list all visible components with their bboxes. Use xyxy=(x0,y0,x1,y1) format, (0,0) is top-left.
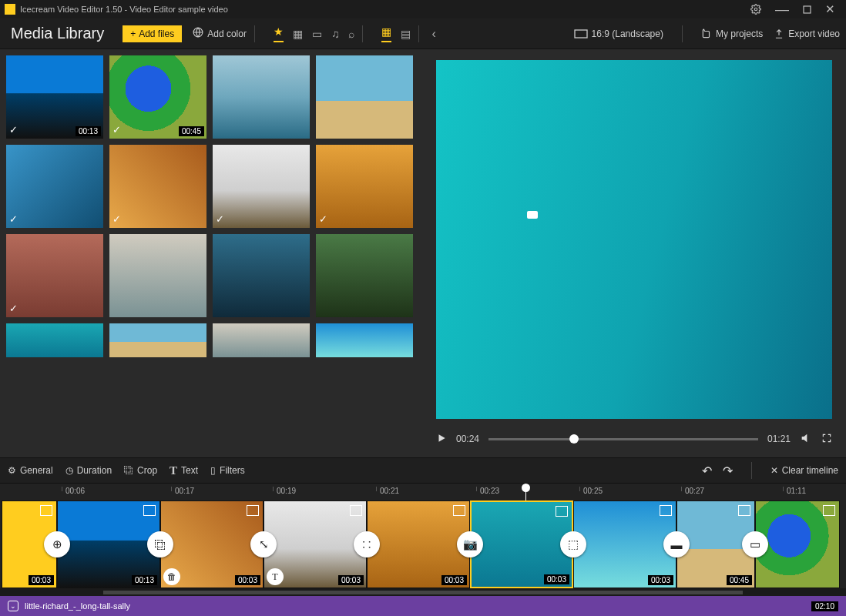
clip-duration: 00:03 xyxy=(441,575,467,585)
ruler-tick: 00:25 xyxy=(579,487,603,491)
clip-badge-icon[interactable]: T xyxy=(267,568,284,585)
clip-badge-icon[interactable]: 🗑 xyxy=(163,568,180,585)
timeline-clip[interactable]: 00:03 xyxy=(470,500,573,588)
media-thumb[interactable]: ✓00:45 xyxy=(109,55,206,139)
clip-text-button[interactable]: TText xyxy=(170,464,198,477)
filters-icon: ▯ xyxy=(210,465,216,476)
clip-duration: 00:03 xyxy=(235,575,260,585)
timeline-clip[interactable]: 00:03🗑 xyxy=(160,500,264,588)
media-thumb[interactable] xyxy=(213,55,310,139)
preview-time-total: 01:21 xyxy=(767,434,791,444)
media-thumb[interactable] xyxy=(213,234,310,317)
transition-button[interactable]: ⊕ xyxy=(44,531,70,557)
audio-track[interactable]: ⌄ little-richard_-_long-tall-sally 02:10 xyxy=(0,596,846,616)
minimize-icon[interactable]: — xyxy=(775,2,789,18)
svg-rect-3 xyxy=(575,30,587,38)
clip-general-label: General xyxy=(20,465,53,476)
close-icon: ✕ xyxy=(770,465,778,476)
filter-star-icon[interactable]: ★ xyxy=(274,25,284,42)
timeline-clip[interactable]: 00:03 xyxy=(367,500,470,588)
media-thumb[interactable] xyxy=(109,234,206,317)
media-grid: ✓00:13✓00:45✓✓✓✓✓ xyxy=(0,49,422,457)
redo-icon[interactable]: ↷ xyxy=(723,464,733,478)
my-projects-button[interactable]: My projects xyxy=(701,28,763,39)
filter-video-icon[interactable]: ▦ xyxy=(293,28,303,40)
media-duration: 00:45 xyxy=(179,126,204,136)
transition-button[interactable]: ⸬ xyxy=(354,531,380,557)
transition-button[interactable]: ▭ xyxy=(742,531,768,557)
ruler-tick: 00:23 xyxy=(476,487,499,491)
export-video-button[interactable]: Export video xyxy=(774,28,840,39)
media-thumb[interactable]: ✓ xyxy=(316,145,413,228)
media-thumb[interactable]: ✓ xyxy=(6,145,103,228)
filter-audio-icon[interactable]: ♫ xyxy=(331,28,340,40)
media-thumb[interactable] xyxy=(6,323,103,357)
timeline: 00:0600:1700:1900:2100:2300:2500:2701:11… xyxy=(0,484,846,596)
close-icon[interactable]: ✕ xyxy=(825,2,835,16)
svg-point-0 xyxy=(754,8,757,11)
timeline-clip[interactable]: 00:13 xyxy=(57,500,160,588)
transition-button[interactable]: ▬ xyxy=(663,531,690,557)
clip-general-button[interactable]: ⚙General xyxy=(8,465,53,476)
clip-duration: 00:03 xyxy=(338,575,364,585)
preview-slider[interactable] xyxy=(488,438,758,440)
undo-icon[interactable]: ↶ xyxy=(702,464,712,478)
fullscreen-icon[interactable] xyxy=(821,433,832,446)
check-icon: ✓ xyxy=(319,213,327,225)
clip-filters-button[interactable]: ▯Filters xyxy=(210,465,245,476)
filter-image-icon[interactable]: ▭ xyxy=(312,28,322,40)
media-thumb[interactable]: ✓ xyxy=(6,234,103,317)
clip-crop-button[interactable]: ⿻Crop xyxy=(124,465,157,476)
media-thumb[interactable] xyxy=(109,323,206,357)
grid-large-icon[interactable]: ▦ xyxy=(381,25,391,42)
clip-duration-button[interactable]: ◷Duration xyxy=(65,465,112,476)
ruler-tick: 01:11 xyxy=(783,487,806,491)
media-thumb[interactable] xyxy=(316,55,413,139)
check-icon: ✓ xyxy=(216,213,224,225)
timeline-scrollbar[interactable] xyxy=(0,588,846,596)
add-files-button[interactable]: + Add files xyxy=(123,25,182,42)
add-color-button[interactable]: Add color xyxy=(193,27,247,40)
check-icon: ✓ xyxy=(9,303,18,314)
aspect-ratio-button[interactable]: 16:9 (Landscape) xyxy=(574,28,663,39)
separator xyxy=(254,25,255,42)
top-toolbar: Media Library + Add files Add color ★ ▦ … xyxy=(0,18,846,49)
window-title: Icecream Video Editor 1.50 - Video Edito… xyxy=(20,5,750,14)
media-thumb[interactable]: ✓ xyxy=(109,145,206,228)
preview-time-current: 00:24 xyxy=(456,434,479,444)
maximize-icon[interactable] xyxy=(803,5,811,14)
media-thumb[interactable]: ✓00:13 xyxy=(6,55,103,139)
timeline-clip[interactable]: 00:03 xyxy=(573,500,676,588)
play-icon[interactable] xyxy=(436,433,447,446)
transition-button[interactable]: ⤡ xyxy=(250,531,277,557)
audio-clip-duration: 02:10 xyxy=(811,601,838,611)
volume-icon[interactable] xyxy=(800,432,812,447)
audio-expand-icon[interactable]: ⌄ xyxy=(8,601,18,611)
plus-icon: + xyxy=(130,28,136,39)
transition-button[interactable]: ⬚ xyxy=(560,531,586,557)
transition-button[interactable]: ⿻ xyxy=(147,531,173,557)
collapse-library-button[interactable]: ‹ xyxy=(427,27,440,41)
media-thumb[interactable] xyxy=(316,234,413,317)
clip-frame-icon xyxy=(556,506,568,517)
media-duration: 00:13 xyxy=(76,126,101,136)
timeline-ruler[interactable]: 00:0600:1700:1900:2100:2300:2500:2701:11 xyxy=(0,484,846,500)
search-icon[interactable]: ⌕ xyxy=(348,28,354,40)
media-thumb[interactable] xyxy=(213,323,310,357)
media-thumb[interactable] xyxy=(316,323,413,357)
ruler-tick: 00:17 xyxy=(171,487,194,491)
clear-timeline-button[interactable]: ✕Clear timeline xyxy=(770,465,838,476)
my-projects-label: My projects xyxy=(716,28,763,39)
video-track[interactable]: 00:03⊕00:13⿻00:03🗑⤡00:03T⸬00:03📷00:03⬚00… xyxy=(0,500,846,588)
preview-canvas[interactable] xyxy=(436,60,832,419)
preview-slider-knob[interactable] xyxy=(569,434,579,444)
clip-frame-icon xyxy=(660,505,672,516)
timeline-clip[interactable]: 00:03T xyxy=(264,500,367,588)
transition-button[interactable]: 📷 xyxy=(457,531,483,557)
media-thumb[interactable]: ✓ xyxy=(213,145,310,228)
clip-duration: 00:03 xyxy=(544,574,569,584)
settings-icon[interactable] xyxy=(750,4,761,15)
separator xyxy=(751,462,752,479)
grid-small-icon[interactable]: ▤ xyxy=(401,28,411,40)
clip-filters-label: Filters xyxy=(220,465,245,476)
